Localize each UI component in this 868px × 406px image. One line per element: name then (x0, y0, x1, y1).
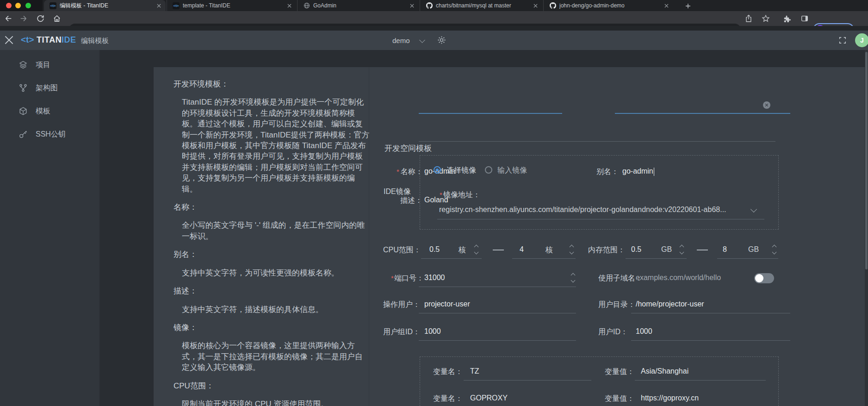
cpu-min-stepper[interactable] (474, 244, 479, 255)
user-avatar[interactable]: J (855, 33, 868, 47)
doc-section-body: 全小写的英文字母与 '-' 组成的，是在工作空间内的唯一标识。 (182, 220, 370, 242)
env-name-input[interactable]: TZ (470, 367, 479, 375)
doc-section-title: 别名： (174, 249, 370, 260)
tab-title: 编辑模板 - TitanIDE (60, 2, 153, 10)
page-top-strip (0, 26, 868, 31)
share-icon[interactable] (744, 14, 753, 23)
image-address-underline (437, 219, 764, 219)
sidebar-item-label: 架构图 (36, 83, 58, 93)
sidebar-item-templates[interactable]: 模板 (0, 102, 99, 120)
user-id-label: 用户ID： (598, 327, 628, 337)
input-image-radio-label[interactable]: 输入镜像 (497, 166, 527, 175)
tab-close-icon[interactable] (155, 2, 162, 9)
select-image-radio[interactable] (434, 166, 441, 174)
tab-close-icon[interactable] (663, 2, 670, 9)
description-field-label: 描述： (400, 196, 422, 206)
user-dir-underline (631, 313, 790, 313)
window-controls (0, 0, 43, 11)
doc-section-body: 支持中英文字符，描述模板的具体信息。 (182, 304, 370, 315)
cpu-max-input[interactable]: 4 (520, 245, 524, 254)
cpu-min-underline (421, 258, 482, 259)
doc-section-body: 支持中英文字符，为可读性更强的模板名称。 (182, 268, 370, 278)
fullscreen-icon[interactable] (838, 36, 847, 44)
sidebar-item-architecture[interactable]: 架构图 (0, 79, 99, 97)
tab-github-demo[interactable]: john-deng/go-admin-demo (543, 0, 673, 11)
port-stepper[interactable] (570, 272, 576, 283)
group-id-input[interactable]: 1000 (424, 327, 441, 336)
side-panel-icon[interactable] (800, 14, 809, 23)
tab-title: GoAdmin (313, 2, 406, 9)
env-name-input[interactable]: GOPROXY (470, 394, 508, 402)
minimize-window-button[interactable] (15, 3, 21, 8)
forward-button[interactable] (19, 14, 28, 23)
tab-template[interactable]: <t> template - TitanIDE (167, 0, 296, 11)
user-id-input[interactable]: 1000 (636, 327, 652, 336)
titanide-favicon: <t> (50, 2, 56, 9)
memory-min-input[interactable]: 0.5 (631, 245, 641, 254)
extensions-puzzle-icon[interactable] (782, 14, 791, 23)
close-window-button[interactable] (6, 3, 12, 8)
sidebar: 项目 架构图 模板 SSH公钥 (0, 50, 99, 406)
tab-close-icon[interactable] (532, 2, 539, 9)
back-button[interactable] (4, 14, 12, 23)
github-icon (426, 2, 433, 9)
alias-input-underline (615, 113, 790, 114)
sidebar-item-projects[interactable]: 项目 (0, 56, 99, 74)
new-tab-button[interactable] (683, 1, 693, 11)
doc-section-title: 描述： (174, 286, 370, 296)
doc-section-body: 限制当前开发环境的 CPU 资源使用范围。 (182, 399, 370, 406)
workspace-selector[interactable]: demo (392, 37, 410, 44)
clear-input-icon[interactable] (763, 101, 770, 109)
zoom-window-button[interactable] (25, 3, 31, 8)
tab-close-icon[interactable] (286, 2, 292, 9)
titanide-logo-ide: IDE (62, 35, 76, 45)
sidebar-item-label: 项目 (36, 60, 50, 70)
env-value-underline (635, 380, 766, 381)
tab-close-icon[interactable] (409, 2, 415, 9)
env-value-label: 变量值： (605, 367, 634, 377)
github-icon (549, 2, 556, 9)
user-id-underline (631, 340, 790, 341)
select-image-radio-label[interactable]: 选择镜像 (446, 166, 476, 175)
memory-max-input[interactable]: 8 (723, 245, 727, 254)
env-value-input[interactable]: https://goproxy.cn (641, 394, 699, 402)
page-title: 编辑模板 (81, 37, 109, 45)
cpu-min-input[interactable]: 0.5 (429, 245, 440, 254)
cpu-max-stepper[interactable] (569, 244, 575, 255)
key-icon (19, 130, 28, 139)
env-name-label: 变量名： (433, 367, 463, 377)
user-dir-input[interactable]: /home/projector-user (636, 300, 704, 308)
memory-min-stepper[interactable] (679, 244, 685, 255)
tab-github-charts[interactable]: charts/bitnami/mysql at master (420, 0, 542, 11)
tab-edit-template[interactable]: <t> 编辑模板 - TitanIDE (44, 0, 166, 11)
form-title: 开发空间模板 (384, 143, 432, 154)
image-address-select[interactable]: registry.cn-shenzhen.aliyuncs.com/titani… (439, 206, 726, 214)
chevron-down-icon[interactable] (419, 37, 425, 43)
env-value-input[interactable]: Asia/Shanghai (641, 367, 688, 375)
scrollbar-thumb[interactable] (865, 52, 868, 269)
memory-range-label: 内存范围： (588, 245, 625, 255)
op-user-input[interactable]: projector-user (424, 300, 470, 308)
op-user-underline (419, 313, 576, 313)
browser-window: <t> 编辑模板 - TitanIDE <t> template - Titan… (0, 0, 868, 406)
memory-max-stepper[interactable] (772, 244, 777, 255)
subdomain-toggle[interactable] (754, 273, 774, 283)
port-input[interactable]: 31000 (424, 274, 445, 282)
image-address-label: 镜像地址： (443, 190, 480, 200)
tab-goadmin[interactable]: GoAdmin (297, 0, 419, 11)
ide-image-label: IDE镜像 (384, 187, 411, 197)
gear-icon[interactable] (437, 36, 446, 44)
close-icon[interactable] (5, 36, 13, 44)
sidebar-item-ssh-keys[interactable]: SSH公钥 (0, 125, 99, 144)
sidebar-item-label: 模板 (36, 106, 50, 116)
tab-title: charts/bitnami/mysql at master (436, 2, 529, 9)
docs-column: 开发环境模板： TitanIDE 的开发环境模板是为用户提供一个可定制化的环境模… (174, 71, 370, 406)
memory-max-underline (717, 258, 778, 259)
toggle-knob (755, 274, 763, 282)
required-asterisk (391, 274, 394, 282)
reload-button[interactable] (36, 14, 44, 23)
input-image-radio[interactable] (485, 166, 492, 174)
range-dash (697, 250, 708, 250)
bookmark-star-icon[interactable] (762, 14, 770, 23)
home-button[interactable] (53, 14, 61, 23)
